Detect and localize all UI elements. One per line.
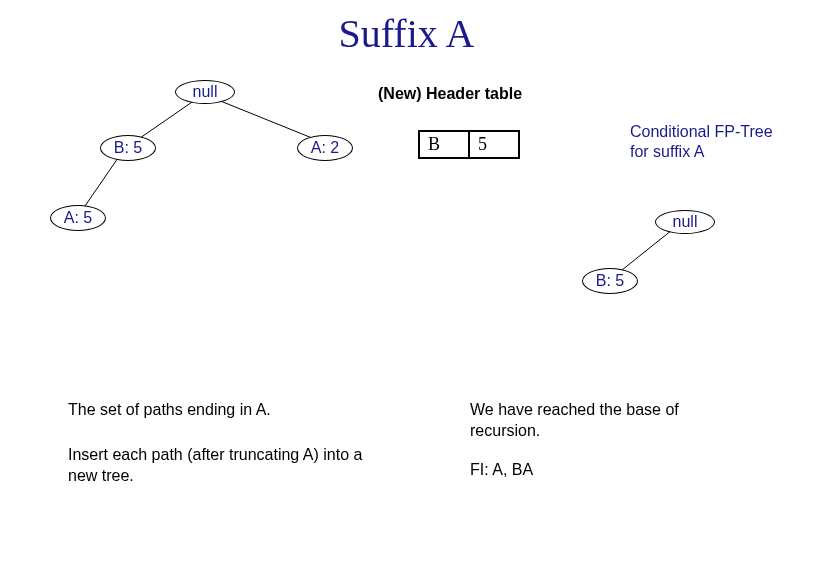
node-label: null (673, 213, 698, 231)
right-paragraph-2: FI: A, BA (470, 460, 750, 481)
header-table-title: (New) Header table (378, 85, 522, 103)
page-title: Suffix A (0, 10, 813, 57)
node-label: A: 2 (311, 139, 339, 157)
svg-line-1 (218, 100, 312, 138)
svg-line-3 (622, 230, 672, 270)
right-tree-b5: B: 5 (582, 268, 638, 294)
node-label: null (193, 83, 218, 101)
left-tree-null: null (175, 80, 235, 104)
header-table: B 5 (418, 130, 520, 159)
left-tree-a2: A: 2 (297, 135, 353, 161)
node-label: B: 5 (114, 139, 142, 157)
left-paragraph-2: Insert each path (after truncating A) in… (68, 445, 388, 487)
right-tree-null: null (655, 210, 715, 234)
svg-line-0 (140, 100, 195, 138)
node-label: B: 5 (596, 272, 624, 290)
left-tree-b5: B: 5 (100, 135, 156, 161)
conditional-tree-caption: Conditional FP-Tree for suffix A (630, 122, 780, 162)
node-label: A: 5 (64, 209, 92, 227)
left-paragraph-1: The set of paths ending in A. (68, 400, 388, 421)
left-tree-a5: A: 5 (50, 205, 106, 231)
right-paragraph-1: We have reached the base of recursion. (470, 400, 750, 442)
ht-item-cell: B (419, 131, 469, 158)
svg-line-2 (85, 158, 118, 206)
ht-count-cell: 5 (469, 131, 519, 158)
